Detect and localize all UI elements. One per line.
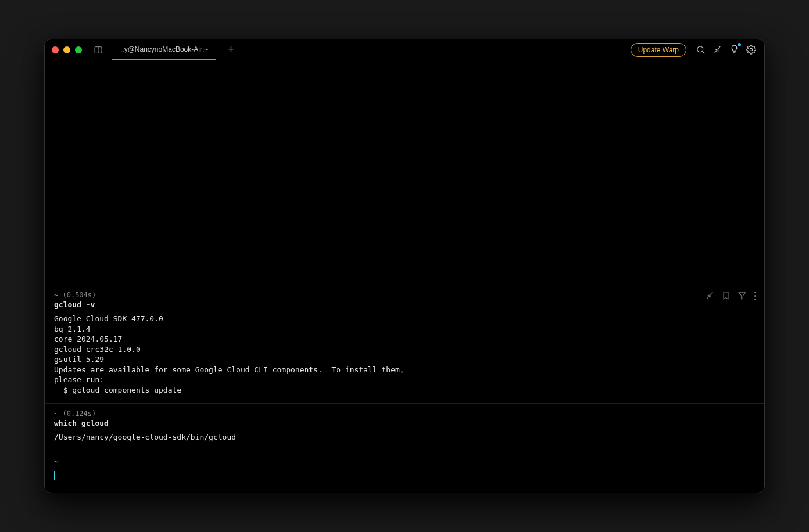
svg-point-4 — [750, 48, 752, 51]
titlebar: ..y@NancynoMacBook-Air:~ + Update Warp — [45, 39, 764, 60]
command-output: Google Cloud SDK 477.0.0 bq 2.1.4 core 2… — [54, 314, 755, 395]
timing-label: (0.124s) — [62, 409, 96, 418]
pin-icon[interactable] — [711, 43, 725, 57]
empty-scrollback — [45, 60, 764, 285]
command-text: gcloud -v — [54, 300, 755, 309]
cwd-label: ~ — [54, 409, 58, 418]
minimize-window-button[interactable] — [63, 46, 70, 53]
block-meta: ~ (0.124s) — [54, 409, 755, 418]
close-window-button[interactable] — [52, 46, 59, 53]
cwd-label: ~ — [54, 291, 58, 299]
terminal-window: ..y@NancynoMacBook-Air:~ + Update Warp — [44, 39, 765, 493]
command-block[interactable]: ~ (0.504s) gcloud -v Google Cloud SDK 47… — [45, 285, 764, 403]
ai-suggestions-button[interactable] — [729, 44, 739, 56]
filter-icon[interactable] — [738, 291, 747, 300]
new-tab-button[interactable]: + — [221, 44, 241, 56]
svg-line-3 — [703, 52, 704, 53]
timing-label: (0.504s) — [62, 291, 96, 299]
terminal-content[interactable]: ~ (0.504s) gcloud -v Google Cloud SDK 47… — [45, 60, 764, 493]
search-icon[interactable] — [696, 45, 706, 55]
bookmark-icon[interactable] — [721, 291, 731, 300]
tab-active[interactable]: ..y@NancynoMacBook-Air:~ — [112, 40, 216, 60]
pin-icon[interactable] — [703, 289, 717, 303]
tab-title: ..y@NancynoMacBook-Air:~ — [120, 45, 208, 53]
command-input[interactable] — [54, 470, 755, 481]
more-actions-button[interactable] — [754, 291, 756, 300]
update-warp-button[interactable]: Update Warp — [631, 43, 686, 57]
zoom-window-button[interactable] — [75, 46, 82, 53]
prompt-cwd: ~ — [54, 457, 755, 466]
notification-dot — [738, 43, 741, 46]
block-toolbar — [705, 291, 756, 300]
gear-icon[interactable] — [746, 45, 756, 55]
prompt-block[interactable]: ~ — [45, 451, 764, 493]
command-block[interactable]: ~ (0.124s) which gcloud /Users/nancy/goo… — [45, 403, 764, 451]
cursor — [54, 471, 55, 480]
svg-marker-5 — [739, 293, 746, 299]
traffic-lights — [52, 46, 82, 53]
titlebar-actions — [696, 44, 756, 56]
svg-point-2 — [697, 46, 703, 52]
split-pane-icon[interactable] — [94, 45, 103, 55]
command-text: which gcloud — [54, 419, 755, 427]
block-meta: ~ (0.504s) — [54, 291, 755, 299]
command-output: /Users/nancy/google-cloud-sdk/bin/gcloud — [54, 432, 755, 443]
